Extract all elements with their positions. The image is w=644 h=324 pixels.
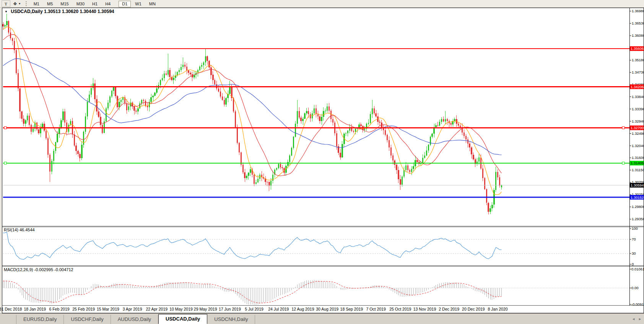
price-label-1.35606-text: 1.35606 — [631, 46, 644, 51]
timeframe-button-m15[interactable]: M15 — [57, 1, 72, 7]
svg-text:1.32490: 1.32490 — [632, 131, 644, 136]
date-label: 8 Jan 2020 — [488, 307, 508, 311]
price-label-1.32700-text: 1.32700 — [631, 126, 644, 130]
date-label: 17 Jun 2019 — [219, 307, 241, 311]
timeframe-button-m30[interactable]: M30 — [73, 1, 88, 7]
date-label: 12 Aug 2019 — [292, 307, 314, 311]
price-label-1.30152-text: 1.30152 — [631, 195, 644, 200]
dropdown-caret-icon: ▼ — [18, 2, 21, 5]
svg-text:0: 0 — [632, 262, 634, 266]
svg-text:1.31600: 1.31600 — [632, 155, 644, 160]
svg-text:1.32940: 1.32940 — [632, 119, 644, 123]
svg-text:70: 70 — [632, 237, 636, 241]
svg-text:1.35180: 1.35180 — [632, 58, 644, 62]
svg-text:1.36080: 1.36080 — [632, 33, 644, 38]
chart-window-frame — [2, 8, 644, 313]
svg-text:0.00: 0.00 — [631, 286, 639, 290]
timeframe-button-m5[interactable]: M5 — [44, 1, 56, 7]
date-label: 25 Oct 2019 — [389, 307, 411, 311]
date-label: 24 Jul 2019 — [268, 307, 289, 311]
date-label: 5 Jul 2019 — [245, 307, 263, 311]
date-label: 13 Nov 2019 — [413, 307, 436, 311]
timeframe-button-mn[interactable]: MN — [146, 1, 159, 7]
date-axis: 31 Dec 201818 Jan 20196 Feb 201925 Feb 2… — [0, 306, 629, 313]
timeframe-button-h1[interactable]: H1 — [89, 1, 101, 7]
timeframe-button-m1[interactable]: M1 — [30, 1, 43, 7]
date-label: 20 Dec 2019 — [462, 307, 485, 311]
trading-terminal: { "icons": { "collapse_arrow": "▼", "tex… — [0, 0, 644, 324]
date-label: 3 Apr 2019 — [123, 307, 142, 311]
date-label: 18 Jan 2019 — [24, 307, 46, 311]
svg-text:-0.009181: -0.009181 — [631, 302, 644, 306]
price-label-1.31405-text: 1.31405 — [631, 161, 644, 165]
svg-text:1.36530: 1.36530 — [632, 21, 644, 25]
hline-handle[interactable] — [4, 127, 7, 129]
date-label: 25 Feb 2019 — [72, 307, 95, 311]
date-label: 10 May 2019 — [169, 307, 193, 311]
arrange-windows-button[interactable]: ❖ ▼ — [12, 0, 22, 7]
date-label: 29 May 2019 — [194, 307, 217, 311]
hline-handle[interactable] — [622, 162, 624, 164]
symbol-label: USDCAD,Daily — [11, 9, 42, 14]
main-toolbar: T ❖ ▼ M1M5M15M30H1H4D1W1MN — [0, 0, 644, 8]
timeframe-button-d1[interactable]: D1 — [119, 1, 131, 7]
price-chart[interactable]: 1.369801.365301.360801.356301.351801.347… — [0, 0, 644, 324]
date-label: 22 Apr 2019 — [146, 307, 168, 311]
hline-handle[interactable] — [622, 127, 624, 129]
date-label: 31 Dec 2018 — [0, 307, 22, 311]
date-label: 15 Mar 2019 — [97, 307, 119, 311]
macd-indicator-label: MACD(12,26,9) -0.002995 -0.004712 — [4, 267, 73, 272]
text-tool-button[interactable]: T — [2, 0, 10, 7]
svg-text:100: 100 — [632, 226, 638, 231]
svg-text:1.34730: 1.34730 — [632, 70, 644, 74]
tab-usdcnh[interactable]: USDCNH,Daily — [207, 315, 255, 324]
svg-text:1.29350: 1.29350 — [632, 217, 644, 221]
svg-text:0.010615: 0.010615 — [631, 267, 644, 271]
bid-price-label-text: 1.30594 — [631, 183, 644, 187]
hline-handle[interactable] — [4, 162, 7, 164]
svg-text:1.32040: 1.32040 — [632, 144, 644, 148]
tab-audusd[interactable]: AUDUSD,Daily — [111, 315, 158, 324]
timeframe-button-w1[interactable]: W1 — [132, 1, 145, 7]
date-label: 18 Sep 2019 — [340, 307, 363, 311]
toolbar-grip — [26, 1, 28, 6]
svg-text:1.33390: 1.33390 — [632, 107, 644, 111]
svg-text:1.31150: 1.31150 — [632, 168, 644, 172]
tab-scroll-left-button[interactable]: ◄ — [632, 317, 635, 321]
rsi-indicator-label: RSI(14) 46.4544 — [4, 227, 35, 232]
chart-title: ▼ USDCAD,Daily 1.30513 1.30620 1.30440 1… — [5, 9, 114, 14]
date-label: 7 Oct 2019 — [366, 307, 385, 311]
tab-usdcad[interactable]: USDCAD,Daily — [158, 314, 207, 324]
date-label: 30 Aug 2019 — [316, 307, 338, 311]
ohlc-values: 1.30513 1.30620 1.30440 1.30594 — [44, 9, 114, 14]
chart-tab-bar: EURUSD,DailyUSDCHF,DailyAUDUSD,DailyUSDC… — [0, 313, 644, 324]
collapse-arrow-icon: ▼ — [5, 10, 8, 13]
svg-text:1.29800: 1.29800 — [632, 205, 644, 209]
svg-text:1.36980: 1.36980 — [632, 9, 644, 13]
tab-usdchf[interactable]: USDCHF,Daily — [64, 315, 111, 324]
timeframe-button-h4[interactable]: H4 — [102, 1, 114, 7]
svg-text:30: 30 — [632, 251, 636, 255]
arrange-icon: ❖ — [13, 1, 17, 7]
date-label: 6 Feb 2019 — [49, 307, 69, 311]
date-label: 2 Dec 2019 — [439, 307, 459, 311]
tab-scroll-right-button[interactable]: ► — [638, 317, 642, 321]
timeframe-toolbar: M1M5M15M30H1H4D1W1MN — [30, 0, 163, 7]
price-label-1.34206-text: 1.34206 — [631, 85, 644, 89]
tab-eurusd[interactable]: EURUSD,Daily — [16, 315, 64, 324]
svg-text:1.33840: 1.33840 — [632, 95, 644, 99]
